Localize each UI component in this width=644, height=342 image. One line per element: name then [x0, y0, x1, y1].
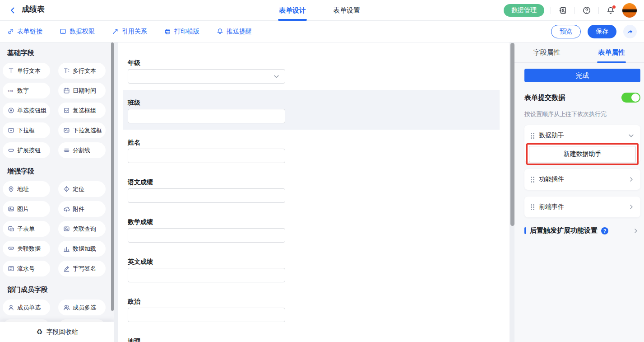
properties-tabs: 字段属性 表单属性	[514, 42, 644, 63]
field-type-定位[interactable]: 定位	[58, 181, 106, 197]
card-header[interactable]: 功能插件	[524, 169, 640, 190]
recycle-icon: ♻	[36, 328, 42, 336]
chevron-down-icon	[628, 133, 634, 139]
drag-handle-icon[interactable]	[531, 204, 534, 210]
address-book-button[interactable]	[557, 5, 568, 16]
text-input[interactable]	[128, 268, 285, 282]
execution-order-hint: 按设置顺序从上往下依次执行完	[524, 110, 640, 118]
card-header[interactable]: 前端事件	[524, 197, 640, 217]
select-input[interactable]	[128, 69, 285, 84]
properties-body: 完成 表单提交数据 按设置顺序从上往下依次执行完 数据助手新建数据助手功能插件前…	[514, 63, 644, 235]
form-designer-app: 成绩表 表单设计 表单设置 数据管理	[0, 0, 644, 342]
field-type-单选按钮组[interactable]: 单选按钮组	[3, 103, 50, 118]
properties-panel: 字段属性 表单属性 完成 表单提交数据 按设置顺序从上往下依次执行完 数据助手新…	[514, 42, 644, 342]
tab-form-properties[interactable]: 表单属性	[579, 42, 644, 62]
text-input[interactable]	[128, 188, 285, 203]
canvas-field-年级[interactable]: 年级	[118, 50, 510, 90]
address-book-icon	[559, 6, 567, 14]
field-type-数据加载[interactable]: 数据加载	[58, 241, 106, 257]
text-input[interactable]	[128, 228, 285, 243]
field-type-多行文本[interactable]: 多行文本	[58, 63, 106, 79]
save-button[interactable]: 保存	[588, 25, 616, 38]
tab-field-properties[interactable]: 字段属性	[514, 42, 579, 62]
tab-form-design[interactable]: 表单设计	[279, 0, 306, 21]
signature-icon	[63, 265, 70, 272]
field-type-手写签名[interactable]: 手写签名	[58, 261, 106, 276]
user-avatar[interactable]	[622, 3, 637, 18]
field-type-关联查询[interactable]: 关联查询	[58, 221, 106, 237]
form-toolbar: 表单链接数据权限引用关系打印模版推送提醒 预览 保存	[0, 21, 644, 42]
field-type-扩展按钮[interactable]: 扩展按钮	[3, 142, 50, 158]
card-header[interactable]: 数据助手	[524, 125, 640, 146]
drag-handle-icon[interactable]	[531, 133, 534, 139]
canvas-field-姓名[interactable]: 姓名	[118, 130, 510, 169]
canvas-field-英文成绩[interactable]: 英文成绩	[118, 249, 510, 289]
done-button[interactable]: 完成	[524, 69, 640, 82]
image-icon	[8, 206, 14, 212]
select-icon	[8, 127, 14, 134]
section-accent-bar	[524, 227, 526, 234]
trigger-card-功能插件: 功能插件	[524, 169, 640, 190]
canvas-scrollbar[interactable]	[510, 43, 514, 226]
field-type-单行文本[interactable]: 单行文本	[3, 63, 50, 79]
attachment-icon	[63, 206, 70, 212]
field-type-子表单[interactable]: 子表单	[3, 221, 50, 237]
canvas-field-地理[interactable]: 地理	[118, 328, 510, 342]
toolbar-link[interactable]: 引用关系	[112, 28, 147, 36]
text-input[interactable]	[128, 308, 285, 322]
multi-select-icon	[63, 127, 70, 134]
field-type-地址[interactable]: 地址	[3, 181, 50, 197]
new-data-helper-button[interactable]: 新建数据助手	[529, 146, 636, 162]
header-tabs: 表单设计 表单设置	[279, 0, 360, 21]
header-actions: 数据管理	[504, 3, 637, 18]
share-button[interactable]	[623, 25, 637, 38]
back-button[interactable]	[7, 5, 18, 16]
sidebar-scrollbar[interactable]	[111, 42, 114, 311]
chevron-right-icon	[629, 177, 634, 182]
checkbox-group-icon	[63, 107, 70, 114]
locate-icon	[63, 186, 70, 192]
field-type-成员单选[interactable]: 成员单选	[3, 300, 50, 315]
toolbar-link[interactable]: 数据权限	[60, 28, 95, 36]
help-button[interactable]	[581, 5, 592, 16]
post-trigger-settings[interactable]: 后置触发扩展功能设置 ?	[524, 226, 640, 235]
toolbar-link[interactable]: 打印模版	[164, 28, 199, 36]
field-type-下拉复选框[interactable]: 下拉复选框	[58, 122, 106, 138]
canvas-field-班级[interactable]: 班级	[123, 90, 500, 130]
sidebar-section-grid: 单行文本多行文本123数字日期时间单选按钮组复选框组下拉框下拉复选框扩展按钮分割…	[3, 63, 114, 158]
relation-query-icon	[63, 225, 70, 232]
preview-button[interactable]: 预览	[551, 25, 581, 38]
tab-form-settings[interactable]: 表单设置	[333, 0, 360, 21]
field-recycle-bin[interactable]: ♻ 字段回收站	[0, 322, 114, 342]
radio-group-icon	[8, 107, 14, 114]
main-area: 基础字段单行文本多行文本123数字日期时间单选按钮组复选框组下拉框下拉复选框扩展…	[0, 42, 644, 342]
print-icon	[164, 28, 171, 35]
toolbar-link[interactable]: 表单链接	[7, 28, 42, 36]
field-type-成员多选[interactable]: 成员多选	[58, 300, 106, 315]
page-title[interactable]: 成绩表	[22, 5, 45, 16]
data-manage-button[interactable]: 数据管理	[504, 4, 544, 17]
text-input[interactable]	[128, 109, 285, 123]
question-icon[interactable]: ?	[601, 227, 608, 234]
field-type-流水号[interactable]: 流水号	[3, 261, 50, 276]
field-type-复选框组[interactable]: 复选框组	[58, 103, 106, 118]
single-text-icon	[8, 67, 14, 74]
drag-handle-icon[interactable]	[531, 177, 534, 183]
field-type-分割线[interactable]: 分割线	[58, 142, 106, 158]
toolbar-link[interactable]: 推送提醒	[217, 28, 252, 36]
field-type-日期时间[interactable]: 日期时间	[58, 83, 106, 98]
field-type-附件[interactable]: 附件	[58, 201, 106, 217]
text-input[interactable]	[128, 149, 285, 163]
field-label: 政治	[128, 297, 510, 306]
submit-data-toggle[interactable]	[621, 93, 640, 103]
field-type-关联数据[interactable]: 关联数据	[3, 241, 50, 257]
field-type-图片[interactable]: 图片	[3, 201, 50, 217]
canvas-field-政治[interactable]: 政治	[118, 289, 510, 328]
canvas-field-语文成绩[interactable]: 语文成绩	[118, 169, 510, 209]
trigger-cards: 数据助手新建数据助手功能插件前端事件	[524, 125, 640, 217]
field-type-下拉框[interactable]: 下拉框	[3, 122, 50, 138]
canvas-field-数学成绩[interactable]: 数学成绩	[118, 209, 510, 249]
field-type-数字[interactable]: 123数字	[3, 83, 50, 98]
field-label: 姓名	[128, 138, 510, 147]
notification-button[interactable]	[605, 5, 616, 16]
